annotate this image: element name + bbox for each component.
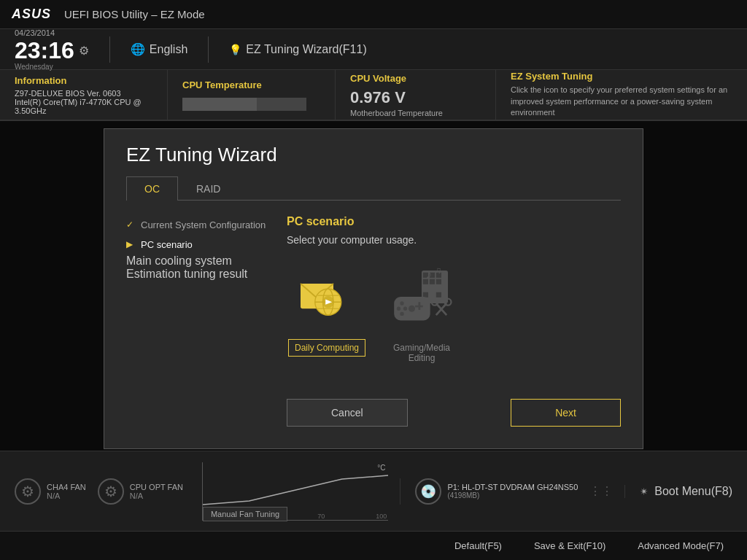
fan-cha4-value: N/A: [47, 491, 86, 500]
info-cpu: Intel(R) Core(TM) i7-4770K CPU @ 3.50GHz: [15, 98, 152, 115]
next-button[interactable]: Next: [511, 399, 621, 427]
wizard-title: EZ Tuning Wizard: [126, 144, 621, 166]
mobo-temp-label: Motherboard Temperature: [350, 109, 481, 117]
bios-title: UEFI BIOS Utility – EZ Mode: [64, 8, 205, 20]
scenario-options: Daily Computing: [287, 260, 621, 367]
dots-icon: ⋮⋮: [589, 484, 613, 498]
cpu-temp-bar: [182, 98, 306, 111]
fan-cpuopt-icon: ⚙: [98, 478, 124, 505]
star-icon: ✴: [640, 486, 649, 497]
info-system: Information Z97-DELUXE BIOS Ver. 0603 In…: [0, 70, 168, 120]
fan-chart-svg: [203, 472, 388, 508]
ez-tuning-wizard-modal: EZ Tuning Wizard OC RAID ✓ Current Syste…: [104, 128, 643, 449]
save-exit-btn[interactable]: Save & Exit(F10): [525, 537, 614, 554]
ez-tuning-wizard-link[interactable]: 💡 EZ Tuning Wizard(F11): [229, 43, 366, 56]
step-cooling-label[interactable]: Main cooling system: [126, 254, 232, 267]
gaming-icon-box: ♪ ♫: [385, 260, 458, 333]
tab-oc[interactable]: OC: [126, 176, 178, 201]
svg-point-24: [403, 307, 407, 311]
fan-cha4: ⚙ CHA4 FAN N/A: [15, 478, 86, 505]
globe-icon: 🌐: [131, 42, 145, 56]
daily-computing-icon: [294, 264, 360, 330]
default-btn[interactable]: Default(F5): [446, 537, 511, 554]
status-bar: Default(F5) Save & Exit(F10) Advanced Mo…: [0, 531, 747, 560]
date-text: 04/23/2014: [15, 28, 89, 37]
boot-menu-block[interactable]: ✴ Boot Menu(F8): [624, 485, 732, 498]
svg-rect-14: [436, 279, 441, 284]
tuning-wizard-label: EZ Tuning Wizard(F11): [246, 43, 366, 56]
drive-icon: 💿: [415, 478, 441, 505]
top-bar: ASUS UEFI BIOS Utility – EZ Mode: [0, 0, 747, 29]
wizard-main: PC scenario Select your computer usage.: [287, 215, 621, 427]
language-selector[interactable]: 🌐 English: [131, 42, 187, 56]
divider: [208, 36, 209, 63]
x-label-100: 100: [376, 513, 387, 520]
svg-text:♫: ♫: [435, 265, 441, 276]
arrow-icon: ▶: [126, 239, 136, 249]
svg-text:♪: ♪: [425, 267, 432, 281]
bottom-section: ⚙ CHA4 FAN N/A ⚙ CPU OPT FAN N/A °C 0 30…: [0, 451, 747, 531]
svg-rect-26: [419, 302, 421, 310]
fan-chart: °C 0 30 70 100 Manual Fan Tuning: [202, 462, 388, 521]
cpu-voltage-value: 0.976 V: [350, 88, 481, 107]
wand-icon: 💡: [229, 44, 241, 55]
boot-menu-label: Boot Menu(F8): [654, 485, 732, 498]
wizard-buttons: Cancel Next: [287, 389, 621, 427]
info-system-title: Information: [15, 75, 152, 86]
svg-point-22: [397, 307, 400, 311]
step-pc-scenario-label: PC scenario: [141, 239, 193, 250]
wizard-tabs: OC RAID: [126, 176, 621, 201]
step-current-config-label: Current System Configuration: [141, 219, 266, 230]
tab-raid[interactable]: RAID: [178, 176, 239, 201]
fan-cha4-icon: ⚙: [15, 478, 41, 505]
day-text: Wednesday: [15, 63, 89, 71]
fan-chart-label: °C: [377, 464, 385, 472]
fan-cpu-opt: ⚙ CPU OPT FAN N/A: [98, 478, 183, 505]
drive-block: 💿 P1: HL-DT-ST DVDRAM GH24NS50 (4198MB) …: [400, 478, 613, 505]
info-model: Z97-DELUXE BIOS Ver. 0603: [15, 89, 152, 98]
fan-cha4-info: CHA4 FAN N/A: [47, 483, 86, 500]
cancel-button[interactable]: Cancel: [287, 399, 408, 427]
fan-cha4-name: CHA4 FAN: [47, 483, 86, 491]
fan-cpuopt-info: CPU OPT FAN N/A: [130, 483, 183, 500]
x-label-70: 70: [317, 513, 325, 520]
cpu-temp-title: CPU Temperature: [182, 79, 320, 90]
fan-cpuopt-name: CPU OPT FAN: [130, 483, 183, 491]
info-voltage-section: CPU Voltage 0.976 V Motherboard Temperat…: [336, 70, 496, 120]
wizard-content: ✓ Current System Configuration ▶ PC scen…: [126, 215, 621, 427]
cpu-temp-fill: [182, 98, 257, 111]
svg-rect-15: [423, 292, 428, 298]
info-cpu-temp-section: CPU Temperature: [168, 70, 336, 120]
drive-info: P1: HL-DT-ST DVDRAM GH24NS50 (4198MB): [447, 483, 578, 499]
gaming-icon: ♪ ♫: [389, 264, 454, 330]
step-pc-scenario[interactable]: ▶ PC scenario: [126, 235, 272, 254]
ez-system-desc: Click the icon to specify your preferred…: [511, 85, 732, 118]
datetime-block: 04/23/2014 23:16 ⚙ Wednesday: [15, 28, 89, 71]
gaming-media-label: Gaming/Media Editing: [382, 339, 462, 367]
scenario-subtitle: Select your computer usage.: [287, 234, 621, 246]
drive-name: P1: HL-DT-ST DVDRAM GH24NS50: [447, 483, 578, 491]
ez-system-title: EZ System Tuning: [511, 71, 732, 82]
daily-computing-icon-box: [290, 260, 363, 333]
svg-point-23: [400, 312, 403, 316]
advanced-mode-btn[interactable]: Advanced Mode(F7): [629, 537, 732, 554]
step-estimation-label[interactable]: Estimation tuning result: [126, 268, 247, 280]
cpu-voltage-title: CPU Voltage: [350, 73, 481, 84]
clock-text: 23:16: [15, 37, 74, 64]
scenario-title: PC scenario: [287, 215, 621, 228]
step-current-config[interactable]: ✓ Current System Configuration: [126, 215, 272, 235]
info-bar: Information Z97-DELUXE BIOS Ver. 0603 In…: [0, 70, 747, 121]
svg-rect-16: [436, 292, 441, 298]
daily-computing-option[interactable]: Daily Computing: [287, 260, 367, 367]
svg-point-20: [409, 306, 415, 312]
drive-size: (4198MB): [447, 491, 578, 499]
asus-logo: ASUS: [12, 7, 51, 22]
manual-fan-button[interactable]: Manual Fan Tuning: [203, 507, 287, 521]
clock-row: 23:16 ⚙: [15, 37, 89, 64]
gear-icon[interactable]: ⚙: [79, 44, 89, 58]
wizard-steps: ✓ Current System Configuration ▶ PC scen…: [126, 215, 272, 427]
ez-system-tuning-section: EZ System Tuning Click the icon to speci…: [496, 70, 747, 120]
gaming-media-option[interactable]: ♪ ♫: [382, 260, 462, 367]
fan-cpuopt-value: N/A: [130, 491, 183, 500]
language-label: English: [150, 43, 187, 56]
